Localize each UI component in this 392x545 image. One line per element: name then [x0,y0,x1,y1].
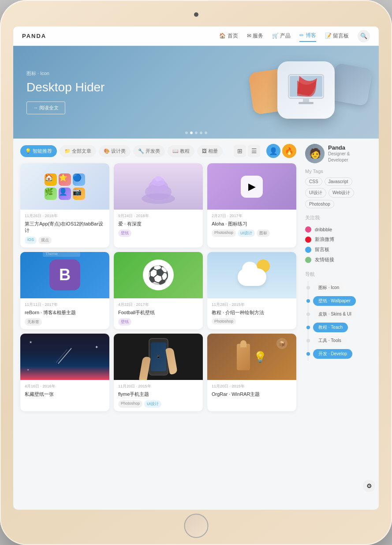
post-card-9[interactable]: 💡 📦 11月20日 · 2015年 OrgRar · WinRAR主题 [207,334,296,411]
list-view-button[interactable]: ☰ [248,145,260,157]
nav-label-teach[interactable]: 教程 · Teach [313,323,348,332]
tag-ios[interactable]: iOS [25,237,37,244]
post-thumb-2 [114,163,203,210]
nav-item-skins: 皮肤 · Skins & UI [305,308,373,321]
follow-links[interactable]: 友情链接 [305,255,373,265]
tab-tutorial[interactable]: 📖 教程 [168,145,194,157]
stars-decoration: ★ ✦ ★ [20,334,109,380]
tag-opinion[interactable]: 观点 [38,237,52,244]
hero-read-more-button[interactable]: → 阅读全文 [26,101,65,114]
nav-dot-teach [306,326,310,329]
tag-notag-4[interactable]: 无标签 [25,318,42,326]
tag-icon-3[interactable]: 图标 [257,229,270,237]
hero-main-icon [277,61,335,119]
hero-back-card-2 [329,63,373,106]
hero-dot-3[interactable] [195,132,198,134]
nav-dot-tools [306,339,310,342]
hero-dot-1[interactable] [185,132,188,134]
monitor-svg [286,74,326,107]
post-tags-2: 壁纸 [118,229,198,237]
post-date-1: 11月26日 · 2018年 [25,213,105,219]
post-thumb-1: 🏠 ⭐ 🔵 🌿 👤 📷 [20,163,109,210]
links-icon [305,257,311,263]
nav-item-develop: 开发 · Develop [305,347,373,361]
tag-wallpaper-5[interactable]: 壁纸 [118,318,131,326]
hero-dot-2[interactable] [190,132,193,134]
post-card-3[interactable]: ▶ 2月27日 · 2017年 Aloha · 图标练习 Photoshop U… [207,163,296,248]
nav-label-wallpaper[interactable]: 壁纸 · Wallpaper [313,296,356,306]
hero-dot-5[interactable] [205,132,207,134]
user-profile-button[interactable]: 👤 [266,144,280,158]
tag-photoshop-6[interactable]: Photoshop [212,318,236,324]
tab-develop[interactable]: 🔧 开发类 [133,145,165,157]
cloud-tag-ui[interactable]: UI设计 [305,188,326,198]
post-title-3: Aloha · 图标练习 [212,221,292,227]
hero-dot-4[interactable] [200,132,202,134]
follow-weibo[interactable]: 新浪微博 [305,234,373,244]
post-card-7[interactable]: ★ ✦ ★ 4月16日 · 2016年 私藏壁纸一张 [20,334,109,411]
post-title-9: OrgRar · WinRAR主题 [212,391,292,398]
meteor-svg [52,346,78,368]
sidebar-right: 🧑 Panda Designer &Developer My Tags CSS … [302,139,379,510]
follow-guestbook[interactable]: 留言板 [305,244,373,255]
profile-avatar: 🧑 [305,144,325,163]
post-date-5: 4月22日 · 2017年 [118,302,198,308]
tab-album[interactable]: 🖼 相册 [197,145,223,157]
grid-view-button[interactable]: ⊞ [234,145,246,157]
nav-guestbook[interactable]: 📝 留言板 [325,30,349,41]
tags-cloud: CSS Javascript UI设计 Web设计 Photoshop [305,177,373,208]
cloud-tag-web[interactable]: Web设计 [329,188,354,198]
nav-product[interactable]: 🛒 产品 [272,30,291,41]
user-fire-button[interactable]: 🔥 [282,144,296,158]
cloud-tag-ps[interactable]: Photoshop [305,200,334,208]
user-action-buttons: 👤 🔥 [266,144,296,158]
tab-design[interactable]: 🎨 设计类 [99,145,131,157]
hero-title: Desktop Hider [26,80,105,94]
tag-photoshop-8[interactable]: Photoshop [118,400,142,408]
nav-label-develop[interactable]: 开发 · Develop [313,349,352,359]
bootstrap-decoration: WordPress Theme B [49,259,80,290]
post-card-5[interactable]: ⚽ 4月22日 · 2017年 Football手机壁纸 壁纸 [114,252,203,329]
tag-wallpaper-2[interactable]: 壁纸 [118,229,131,237]
nav-blog[interactable]: ✏ 博客 [299,30,316,42]
post-card-8[interactable]: 📱 11月20日 · 2015年 flyme手机主题 Photoshop [114,334,203,411]
post-card-4[interactable]: WordPress Theme B 11月11日 · 2017年 reBorn … [20,252,109,329]
nav-label-icon[interactable]: 图标 · Icon [313,283,344,293]
tab-all-articles[interactable]: 📁 全部文章 [60,145,96,157]
post-thumb-5: ⚽ [114,252,203,298]
nav-label-skins[interactable]: 皮肤 · Skins & UI [313,309,357,319]
post-date-6: 11月28日 · 2015年 [212,302,292,308]
ipad-home-button[interactable] [184,514,208,538]
post-thumb-6 [207,252,296,298]
football-decoration: ⚽ [143,259,174,290]
post-date-3: 2月27日 · 2017年 [212,213,292,219]
tag-ui-3[interactable]: UI设计 [238,229,255,237]
follow-section: 关注我 dribbble 新浪微博 留言板 友 [305,214,373,265]
nav-label-tools[interactable]: 工具 · Tools [313,336,347,346]
settings-button[interactable]: ⚙ [363,480,375,492]
filter-tabs: 💡 智能推荐 📁 全部文章 🎨 设计类 🔧 开发类 📖 教程 🖼 相册 ⊞ ☰ … [20,144,296,158]
post-date-2: 9月24日 · 2018年 [118,213,198,219]
ipad-camera-dot [194,12,198,17]
svg-rect-3 [299,102,314,104]
tab-smart-recommend[interactable]: 💡 智能推荐 [20,145,57,157]
cloud-tag-css[interactable]: CSS [305,177,322,186]
tag-photoshop-3[interactable]: Photoshop [212,229,236,237]
post-thumb-8: 📱 [114,334,203,380]
search-icon: 🔍 [360,33,367,39]
post-card-6[interactable]: 11月28日 · 2015年 教程 · 介绍一种绘制方法 Photoshop [207,252,296,329]
post-tags-3: Photoshop UI设计 图标 [212,229,292,237]
post-body-2: 9月24日 · 2018年 爱 · 有深度 壁纸 [114,210,203,241]
nav-item-wallpaper: 壁纸 · Wallpaper [305,294,373,308]
post-card-1[interactable]: 🏠 ⭐ 🔵 🌿 👤 📷 11月26日 · 2018年 第三方App(寄点)在iO… [20,163,109,248]
search-button[interactable]: 🔍 [358,30,370,42]
post-body-3: 2月27日 · 2017年 Aloha · 图标练习 Photoshop UI设… [207,210,296,241]
nav-service[interactable]: ✉ 服务 [247,30,263,41]
navbar-nav: 🏠 首页 ✉ 服务 🛒 产品 ✏ 博客 📝 留言板 [219,30,349,42]
ipad-frame: PANDA 🏠 首页 ✉ 服务 🛒 产品 ✏ 博客 📝 留言板 🔍 图标 · I… [0,0,392,545]
tag-ui-8[interactable]: UI设计 [144,400,161,408]
follow-dribbble[interactable]: dribbble [305,225,373,234]
nav-home[interactable]: 🏠 首页 [219,30,238,41]
cloud-tag-js[interactable]: Javascript [325,177,352,186]
post-card-2[interactable]: 9月24日 · 2018年 爱 · 有深度 壁纸 [114,163,203,248]
